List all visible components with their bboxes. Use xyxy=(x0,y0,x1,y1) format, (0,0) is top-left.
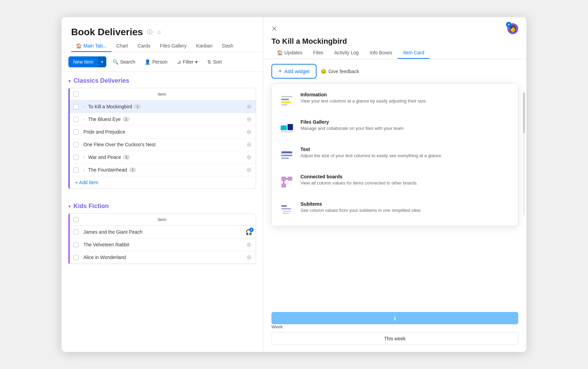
tab-files-gallery[interactable]: Files Gallery xyxy=(155,40,191,52)
tab-dash[interactable]: Dash xyxy=(217,40,238,52)
updates-home-icon: 🏠 xyxy=(277,50,283,55)
row-checkbox[interactable] xyxy=(74,155,79,160)
row-checkbox[interactable] xyxy=(74,129,79,135)
row-expand-icon[interactable]: › xyxy=(83,155,85,160)
add-subitem-icon[interactable]: ⊕ xyxy=(246,103,252,110)
row-action: ⊕ xyxy=(242,128,256,136)
row-checkbox[interactable] xyxy=(74,242,79,247)
add-subitem-icon[interactable]: ⊕ xyxy=(246,115,252,123)
widget-item-subitems[interactable]: Subitems See column values from your sub… xyxy=(272,196,518,223)
panel-tab-info-boxes[interactable]: Info Boxes xyxy=(364,47,398,59)
widget-item-information[interactable]: Information View your text columns at a … xyxy=(272,86,518,114)
row-check[interactable] xyxy=(70,101,82,113)
tab-kanban[interactable]: Kanban xyxy=(191,40,217,52)
row-action: ⊕ xyxy=(242,241,256,248)
new-item-button[interactable]: New Item xyxy=(68,56,98,67)
row-check[interactable] xyxy=(70,251,82,263)
star-icon[interactable]: ☆ xyxy=(156,28,162,36)
panel-header-right: + 👩 xyxy=(507,23,518,34)
avatar-plus-icon: + xyxy=(506,22,511,27)
week-bar: 1 xyxy=(271,312,518,324)
group-kids-chevron[interactable]: ▾ xyxy=(68,204,71,209)
filter-icon: ⊿ xyxy=(177,59,181,65)
add-widget-button[interactable]: + Add widget xyxy=(271,64,317,79)
svg-rect-2 xyxy=(281,101,291,103)
row-check[interactable] xyxy=(70,151,82,163)
add-subitem-icon[interactable]: ⊕ xyxy=(246,128,252,136)
row-checkbox[interactable] xyxy=(74,255,79,260)
row-check[interactable] xyxy=(70,113,82,125)
table-row[interactable]: James and the Giant Peach 🎧1 xyxy=(70,226,256,238)
add-subitem-icon[interactable]: ⊕ xyxy=(246,153,252,161)
search-button[interactable]: 🔍 Search xyxy=(109,57,138,67)
add-subitem-icon[interactable]: ⊕ xyxy=(246,166,252,174)
row-action: ⊕ xyxy=(242,153,256,161)
table-row[interactable]: One Flew Over the Cuckoo's Nest ⊕ xyxy=(70,138,256,151)
header-item-col: Item xyxy=(82,214,242,226)
main-toolbar: New Item ▾ 🔍 Search 👤 Person ⊿ Filter ▾ … xyxy=(62,52,263,72)
row-check[interactable] xyxy=(70,164,82,176)
tab-chart[interactable]: Chart xyxy=(111,40,133,52)
row-title: Alice in Wonderland xyxy=(82,251,242,263)
new-item-dropdown-button[interactable]: ▾ xyxy=(98,56,106,67)
add-subitem-icon[interactable]: ⊕ xyxy=(246,241,252,248)
svg-rect-7 xyxy=(281,151,292,153)
tab-main-table[interactable]: 🏠 Main Tab... xyxy=(71,40,111,52)
panel-close-button[interactable]: ✕ xyxy=(271,25,277,33)
widget-dropdown: Information View your text columns at a … xyxy=(271,83,518,226)
sort-button[interactable]: ⇅ Sort xyxy=(204,57,225,67)
row-expand-icon[interactable]: › xyxy=(83,167,85,172)
header-check-col xyxy=(70,88,82,100)
row-checkbox[interactable] xyxy=(74,104,79,109)
widget-item-files-gallery[interactable]: Files Gallery Manage and collaborate on … xyxy=(272,114,518,141)
add-subitem-icon[interactable]: ⊕ xyxy=(246,141,252,148)
panel-tab-files[interactable]: Files xyxy=(308,47,329,59)
widget-item-connected-boards[interactable]: Connected boards View all column values … xyxy=(272,168,518,196)
table-row[interactable]: › War and Peace 1 ⊕ xyxy=(70,151,256,164)
scrollbar-thumb[interactable] xyxy=(523,92,525,133)
add-widget-plus-icon: + xyxy=(278,68,282,75)
person-button[interactable]: 👤 Person xyxy=(141,57,171,67)
add-item-row[interactable]: + Add Item xyxy=(70,176,256,189)
row-check[interactable] xyxy=(70,226,82,238)
filter-button[interactable]: ⊿ Filter ▾ xyxy=(174,57,201,67)
panel-tab-activity-log[interactable]: Activity Log xyxy=(329,47,364,59)
row-checkbox[interactable] xyxy=(74,230,79,235)
svg-rect-12 xyxy=(281,183,286,188)
row-expand-icon[interactable]: › xyxy=(83,104,85,109)
widget-item-text[interactable]: Text Adjust the size of your text column… xyxy=(272,141,518,168)
svg-rect-16 xyxy=(281,208,291,209)
page-title: Book Deliveries xyxy=(71,27,143,38)
svg-rect-4 xyxy=(281,125,287,130)
table-row[interactable]: The Velveteen Rabbit ⊕ xyxy=(70,238,256,251)
info-icon[interactable]: ⓘ xyxy=(146,28,153,37)
add-subitem-icon[interactable]: ⊕ xyxy=(246,254,252,261)
give-feedback-button[interactable]: 😊 Give feedback xyxy=(321,69,359,74)
row-checkbox[interactable] xyxy=(74,142,79,147)
table-row[interactable]: Pride and Prejudice ⊕ xyxy=(70,126,256,138)
row-expand-icon[interactable]: › xyxy=(83,117,85,122)
header-check-col xyxy=(70,214,82,226)
row-check[interactable] xyxy=(70,126,82,138)
page-header-icons: ⓘ ☆ xyxy=(146,28,162,37)
table-row[interactable]: › To Kill a Mockingbird 1 ⊕ xyxy=(70,100,256,113)
row-checkbox[interactable] xyxy=(74,117,79,122)
table-row[interactable]: › The Bluest Eye 1 ⊕ xyxy=(70,113,256,126)
row-action: ⊕ xyxy=(242,103,256,110)
panel-tab-updates[interactable]: 🏠 Updates xyxy=(271,47,308,59)
svg-rect-9 xyxy=(281,158,289,159)
row-checkbox[interactable] xyxy=(74,167,79,173)
table-row[interactable]: Alice in Wonderland ⊕ xyxy=(70,251,256,264)
tab-cards[interactable]: Cards xyxy=(133,40,155,52)
panel-tab-item-card[interactable]: Item Card xyxy=(398,47,429,59)
table-row[interactable]: › The Fountainhead 1 ⊕ xyxy=(70,164,256,176)
files-gallery-widget-icon xyxy=(279,119,295,136)
row-title: James and the Giant Peach xyxy=(82,226,242,238)
svg-rect-15 xyxy=(281,205,287,207)
row-check[interactable] xyxy=(70,139,82,151)
panel-toolbar: + Add widget 😊 Give feedback xyxy=(263,59,526,83)
group-classics-chevron[interactable]: ▾ xyxy=(68,78,71,84)
header-checkbox[interactable] xyxy=(74,92,79,97)
header-checkbox[interactable] xyxy=(74,217,79,222)
row-check[interactable] xyxy=(70,239,82,251)
